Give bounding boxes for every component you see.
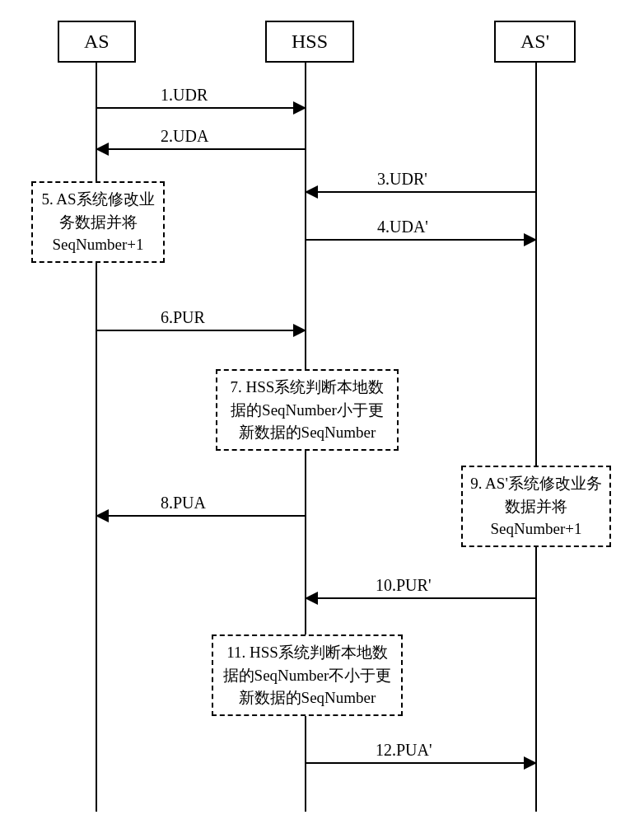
actor-hss: HSS <box>265 21 354 63</box>
msg-3-label: 3.UDR' <box>377 170 427 189</box>
sequence-diagram: AS HSS AS' 1.UDR 2.UDA 3.UDR' 4.UDA' 5. … <box>0 0 644 824</box>
note-5: 5. AS系统修改业务数据并将SeqNumber+1 <box>31 181 165 263</box>
actor-as: AS <box>58 21 136 63</box>
msg-6-pur <box>97 330 305 331</box>
msg-3-udr <box>306 191 535 193</box>
actor-hss-label: HSS <box>292 30 328 52</box>
msg-4-uda <box>306 239 535 241</box>
actor-as2-label: AS' <box>520 30 549 52</box>
msg-10-pur <box>306 597 535 599</box>
msg-12-pua <box>306 762 535 764</box>
msg-6-label: 6.PUR <box>161 308 205 327</box>
msg-2-uda <box>97 148 305 150</box>
note-9: 9. AS'系统修改业务数据并将SeqNumber+1 <box>461 466 611 547</box>
msg-8-pua <box>97 515 305 517</box>
lifeline-as2 <box>535 62 537 812</box>
note-11-text: 11. HSS系统判断本地数据的SeqNumber不小于更新数据的SeqNumb… <box>223 644 392 706</box>
msg-12-label: 12.PUA' <box>376 741 432 760</box>
note-11: 11. HSS系统判断本地数据的SeqNumber不小于更新数据的SeqNumb… <box>212 634 403 716</box>
msg-1-udr <box>97 107 305 109</box>
msg-8-label: 8.PUA <box>161 494 206 513</box>
msg-2-label: 2.UDA <box>161 127 208 146</box>
msg-1-label: 1.UDR <box>161 86 208 105</box>
msg-4-label: 4.UDA' <box>377 218 428 236</box>
lifeline-as <box>96 62 97 812</box>
msg-10-label: 10.PUR' <box>376 576 432 595</box>
actor-as2: AS' <box>494 21 576 63</box>
note-7-text: 7. HSS系统判断本地数据的SeqNumber小于更新数据的SeqNumber <box>231 378 385 441</box>
actor-as-label: AS <box>84 30 110 52</box>
note-7: 7. HSS系统判断本地数据的SeqNumber小于更新数据的SeqNumber <box>216 369 399 451</box>
note-9-text: 9. AS'系统修改业务数据并将SeqNumber+1 <box>470 475 602 537</box>
note-5-text: 5. AS系统修改业务数据并将SeqNumber+1 <box>41 190 154 253</box>
